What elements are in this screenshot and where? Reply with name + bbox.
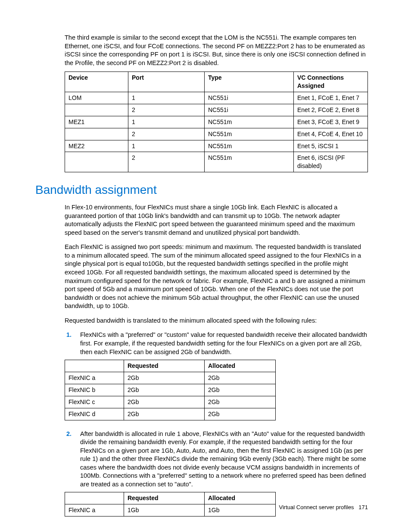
paragraph-1: In Flex-10 environments, four FlexNICs m… [65, 203, 368, 237]
table-row: FlexNIC a2Gb2Gb [65, 372, 276, 384]
table-row: FlexNIC b2Gb2Gb [65, 384, 276, 396]
table-row: 2NC551mEnet 6, iSCSI (PF disabled) [65, 152, 368, 172]
table-header-row: Device Port Type VC Connections Assigned [65, 72, 368, 92]
col-vc: VC Connections Assigned [294, 72, 368, 92]
col-blank [65, 360, 124, 372]
rule-item-2: After bandwidth is allocated in rule 1 a… [77, 430, 368, 489]
col-port: Port [128, 72, 205, 92]
col-device: Device [65, 72, 128, 92]
table-row: LOM1NC551iEnet 1, FCoE 1, Enet 7 [65, 92, 368, 104]
page-footer: Virtual Connect server profiles 171 [279, 504, 368, 511]
page-number: 171 [358, 504, 368, 510]
table-row: 2NC551mEnet 4, FCoE 4, Enet 10 [65, 128, 368, 140]
device-port-table: Device Port Type VC Connections Assigned… [65, 72, 368, 172]
col-type: Type [205, 72, 294, 92]
table-row: MEZ11NC551mEnet 3, FCoE 3, Enet 9 [65, 116, 368, 128]
paragraph-3: Requested bandwidth is translated to the… [65, 317, 368, 325]
col-blank [65, 492, 124, 504]
col-requested: Requested [124, 360, 205, 372]
intro-text: The third example is similar to the seco… [65, 34, 368, 67]
footer-text: Virtual Connect server profiles [279, 504, 354, 510]
col-allocated: Allocated [205, 360, 276, 372]
section-heading: Bandwidth assignment [35, 182, 368, 198]
table-row: FlexNIC d2Gb2Gb [65, 408, 276, 420]
bandwidth-table-2: Requested Allocated FlexNIC a1Gb1Gb [65, 492, 276, 516]
table-row: MEZ21NC551mEnet 5, iSCSI 1 [65, 140, 368, 152]
col-requested: Requested [124, 492, 205, 504]
paragraph-2: Each FlexNIC is assigned two port speeds… [65, 243, 368, 311]
table-row: FlexNIC c2Gb2Gb [65, 396, 276, 408]
table-header-row: Requested Allocated [65, 492, 276, 504]
col-allocated: Allocated [205, 492, 276, 504]
table-row: FlexNIC a1Gb1Gb [65, 504, 276, 516]
rule-item-1: FlexNICs with a "preferred" or "custom" … [77, 331, 368, 356]
table-row: 2NC551iEnet 2, FCoE 2, Enet 8 [65, 104, 368, 116]
bandwidth-table-1: Requested Allocated FlexNIC a2Gb2Gb Flex… [65, 360, 276, 420]
intro-paragraph: The third example is similar to the seco… [65, 34, 368, 67]
table-header-row: Requested Allocated [65, 360, 276, 372]
